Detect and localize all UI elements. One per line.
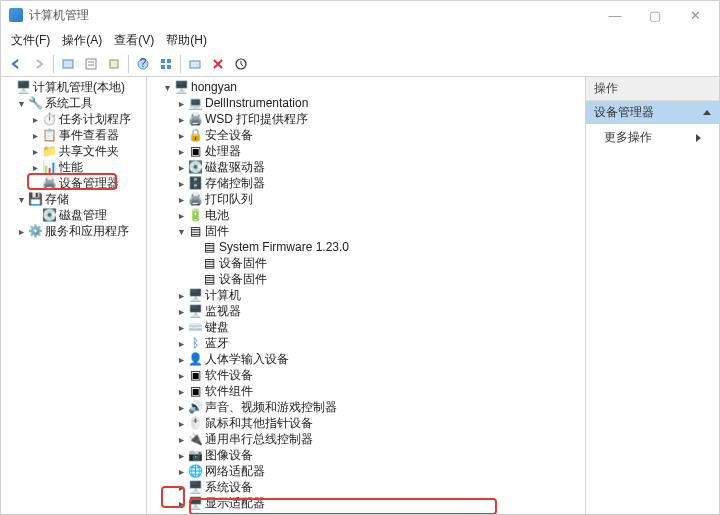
- tree-storage[interactable]: ▾💾存储: [1, 191, 146, 207]
- svg-rect-4: [110, 60, 118, 68]
- dev-sound-game[interactable]: ▸🔊声音、视频和游戏控制器: [147, 399, 585, 415]
- dev-fw1[interactable]: ▤System Firmware 1.23.0: [147, 239, 585, 255]
- dev-dell[interactable]: ▸💻DellInstrumentation: [147, 95, 585, 111]
- dev-bluetooth[interactable]: ▸ᛒ蓝牙: [147, 335, 585, 351]
- svg-rect-11: [190, 61, 200, 68]
- dev-computer[interactable]: ▸🖥️计算机: [147, 287, 585, 303]
- main-content: 🖥️计算机管理(本地) ▾🔧系统工具 ▸⏱️任务计划程序 ▸📋事件查看器 ▸📁共…: [1, 77, 719, 514]
- svg-rect-8: [167, 59, 171, 63]
- dev-keyboard[interactable]: ▸⌨️键盘: [147, 319, 585, 335]
- dev-system-dev[interactable]: ▸🖥️系统设备: [147, 479, 585, 495]
- dev-sw-dev[interactable]: ▸▣软件设备: [147, 367, 585, 383]
- actions-sel-label: 设备管理器: [594, 104, 654, 121]
- menu-file[interactable]: 文件(F): [5, 30, 56, 51]
- dev-sw-comp[interactable]: ▸▣软件组件: [147, 383, 585, 399]
- tree-services[interactable]: ▸⚙️服务和应用程序: [1, 223, 146, 239]
- tree-system-tools[interactable]: ▾🔧系统工具: [1, 95, 146, 111]
- actions-header: 操作: [586, 77, 719, 101]
- titlebar: 计算机管理 — ▢ ✕: [1, 1, 719, 29]
- menubar: 文件(F) 操作(A) 查看(V) 帮助(H): [1, 29, 719, 51]
- tree-event-viewer[interactable]: ▸📋事件查看器: [1, 127, 146, 143]
- svg-rect-9: [161, 65, 165, 69]
- dev-network[interactable]: ▸🌐网络适配器: [147, 463, 585, 479]
- tree-root[interactable]: 🖥️计算机管理(本地): [1, 79, 146, 95]
- center-panel: ▾🖥️hongyan ▸💻DellInstrumentation ▸🖨️WSD …: [147, 77, 585, 514]
- dev-disk[interactable]: ▸💽磁盘驱动器: [147, 159, 585, 175]
- tree-shared-folders[interactable]: ▸📁共享文件夹: [1, 143, 146, 159]
- dev-mouse[interactable]: ▸🖱️鼠标和其他指针设备: [147, 415, 585, 431]
- tree-disk-mgmt[interactable]: 💽磁盘管理: [1, 207, 146, 223]
- menu-view[interactable]: 查看(V): [108, 30, 160, 51]
- scan-button[interactable]: [184, 53, 206, 75]
- dev-imaging[interactable]: ▸📷图像设备: [147, 447, 585, 463]
- tree-task-scheduler[interactable]: ▸⏱️任务计划程序: [1, 111, 146, 127]
- collapse-icon: [703, 110, 711, 115]
- dev-cpu[interactable]: ▸▣处理器: [147, 143, 585, 159]
- actions-panel: 操作 设备管理器 更多操作: [585, 77, 719, 514]
- svg-rect-10: [167, 65, 171, 69]
- expand-icon: [696, 134, 701, 142]
- view-icon[interactable]: [155, 53, 177, 75]
- dev-print-queue[interactable]: ▸🖨️打印队列: [147, 191, 585, 207]
- dev-wsd[interactable]: ▸🖨️WSD 打印提供程序: [147, 111, 585, 127]
- dev-audio-io[interactable]: ▾🔊音频输入和输出: [147, 511, 585, 514]
- export-button[interactable]: [103, 53, 125, 75]
- svg-rect-0: [63, 60, 73, 68]
- menu-help[interactable]: 帮助(H): [160, 30, 213, 51]
- actions-selected[interactable]: 设备管理器: [586, 101, 719, 124]
- dev-fw3[interactable]: ▤设备固件: [147, 271, 585, 287]
- properties-button[interactable]: [80, 53, 102, 75]
- menu-action[interactable]: 操作(A): [56, 30, 108, 51]
- svg-rect-1: [86, 59, 96, 69]
- dev-root[interactable]: ▾🖥️hongyan: [147, 79, 585, 95]
- window-controls: — ▢ ✕: [595, 3, 715, 27]
- help-button[interactable]: ?: [132, 53, 154, 75]
- refresh-button[interactable]: [230, 53, 252, 75]
- window-title: 计算机管理: [29, 7, 595, 24]
- dev-monitor[interactable]: ▸🖥️监视器: [147, 303, 585, 319]
- tree-performance[interactable]: ▸📊性能: [1, 159, 146, 175]
- dev-firmware[interactable]: ▾▤固件: [147, 223, 585, 239]
- forward-button[interactable]: [28, 53, 50, 75]
- dev-battery[interactable]: ▸🔋电池: [147, 207, 585, 223]
- dev-hid[interactable]: ▸👤人体学输入设备: [147, 351, 585, 367]
- app-icon: [9, 8, 23, 22]
- svg-text:?: ?: [140, 57, 147, 70]
- dev-storage-ctrl[interactable]: ▸🗄️存储控制器: [147, 175, 585, 191]
- maximize-button[interactable]: ▢: [635, 3, 675, 27]
- dev-usb[interactable]: ▸🔌通用串行总线控制器: [147, 431, 585, 447]
- close-button[interactable]: ✕: [675, 3, 715, 27]
- dev-display[interactable]: ▸🖥️显示适配器: [147, 495, 585, 511]
- minimize-button[interactable]: —: [595, 3, 635, 27]
- tree-device-manager[interactable]: 🖨️设备管理器: [1, 175, 146, 191]
- more-actions[interactable]: 更多操作: [586, 124, 719, 151]
- left-panel: 🖥️计算机管理(本地) ▾🔧系统工具 ▸⏱️任务计划程序 ▸📋事件查看器 ▸📁共…: [1, 77, 147, 514]
- more-actions-label: 更多操作: [604, 129, 652, 146]
- back-button[interactable]: [5, 53, 27, 75]
- dev-security[interactable]: ▸🔒安全设备: [147, 127, 585, 143]
- dev-fw2[interactable]: ▤设备固件: [147, 255, 585, 271]
- toolbar: ?: [1, 51, 719, 77]
- remove-button[interactable]: [207, 53, 229, 75]
- svg-rect-7: [161, 59, 165, 63]
- scope-button[interactable]: [57, 53, 79, 75]
